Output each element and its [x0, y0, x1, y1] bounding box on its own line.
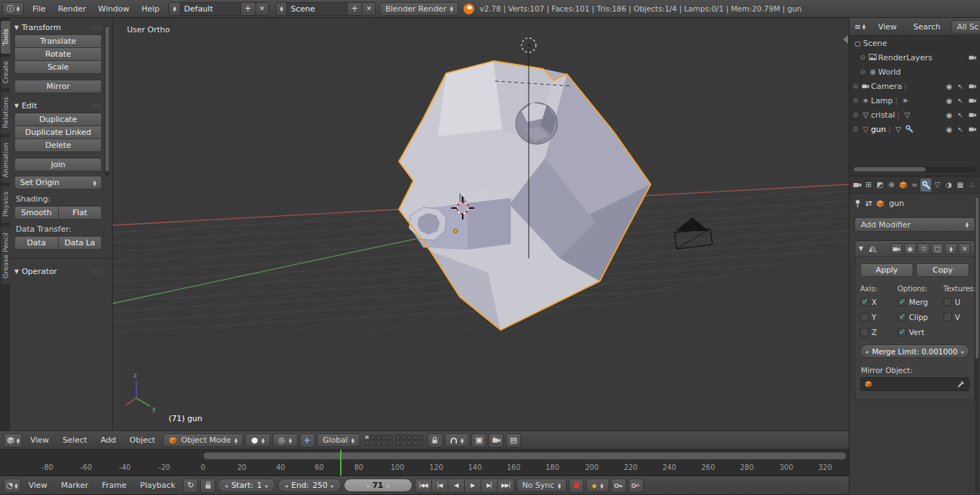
- timeline-playback-menu[interactable]: Playback: [134, 478, 181, 492]
- tab-modifiers[interactable]: [920, 179, 931, 192]
- outliner-row-world[interactable]: ⊙ ⊕ World: [849, 65, 980, 79]
- editor-type-info-button[interactable]: ⓘ: [2, 2, 24, 16]
- expand-icon[interactable]: ⊙: [851, 111, 860, 118]
- lock-frame-button[interactable]: [200, 478, 215, 493]
- selectable-arrow-icon[interactable]: ↖: [955, 111, 966, 119]
- rotate-button[interactable]: Rotate: [14, 47, 102, 61]
- shelf-tab-grease-pencil[interactable]: Grease Pencil: [0, 225, 10, 286]
- render-toggle-icon[interactable]: [966, 54, 978, 62]
- collapse-triangle-icon[interactable]: ▼: [859, 245, 863, 252]
- modifier-editmode-toggle[interactable]: ▽: [918, 243, 930, 255]
- item-label[interactable]: World: [878, 67, 901, 77]
- axis-y-checkbox[interactable]: Y: [860, 313, 897, 321]
- mirror-button[interactable]: Mirror: [14, 80, 102, 93]
- panel-grip-icon[interactable]: ∷∷: [93, 268, 102, 275]
- modifier-move-buttons[interactable]: [945, 243, 957, 255]
- render-toggle-icon[interactable]: [966, 111, 978, 119]
- editor-type-timeline-button[interactable]: ◔: [4, 478, 21, 493]
- checkbox-box[interactable]: [860, 313, 869, 321]
- timeline-marker-menu[interactable]: Marker: [55, 478, 94, 492]
- outliner-hscrollbar[interactable]: [852, 166, 976, 172]
- screen-layout-browse-icon[interactable]: [169, 3, 179, 15]
- checkbox-box[interactable]: [943, 298, 952, 306]
- layers-widget[interactable]: [362, 433, 425, 448]
- shelf-tab-tools[interactable]: Tools: [0, 20, 10, 55]
- axis-x-checkbox[interactable]: X: [860, 298, 897, 306]
- orientation-dropdown[interactable]: Global: [317, 433, 360, 447]
- item-label[interactable]: Camera: [871, 82, 902, 91]
- modifier-render-toggle[interactable]: [890, 243, 903, 255]
- decrement-arrow-icon[interactable]: [366, 481, 369, 490]
- manipulator-toggle-button[interactable]: +: [300, 433, 315, 448]
- transfer-data-layers-button[interactable]: Data La: [58, 236, 103, 250]
- panel-grip-icon[interactable]: ∷∷: [93, 103, 102, 110]
- render-toggle-icon[interactable]: [966, 97, 978, 105]
- visibility-eye-icon[interactable]: ◉: [943, 97, 955, 105]
- set-origin-dropdown[interactable]: Set Origin: [14, 176, 102, 189]
- transfer-data-button[interactable]: Data: [14, 236, 59, 250]
- selectable-arrow-icon[interactable]: ↖: [955, 82, 966, 90]
- increment-arrow-icon[interactable]: [265, 481, 268, 490]
- tab-render-layers[interactable]: ⊞: [863, 179, 874, 192]
- decrement-arrow-icon[interactable]: [225, 481, 227, 490]
- modifier-cage-toggle[interactable]: □: [931, 243, 943, 255]
- item-label[interactable]: Lamp: [871, 96, 893, 105]
- shade-flat-button[interactable]: Flat: [58, 206, 103, 220]
- shade-smooth-button[interactable]: Smooth: [14, 206, 59, 220]
- viewport-3d-scene[interactable]: z y: [113, 18, 849, 430]
- modifier-delete-button[interactable]: ✕: [958, 243, 971, 255]
- translate-button[interactable]: Translate: [14, 34, 102, 48]
- apply-button[interactable]: Apply: [860, 263, 913, 277]
- snap-element-button[interactable]: ▣: [471, 433, 486, 448]
- tab-render[interactable]: [852, 179, 862, 192]
- prev-keyframe-button[interactable]: |◀: [431, 478, 448, 493]
- tab-texture[interactable]: ▦: [955, 179, 966, 192]
- delete-button[interactable]: Delete: [14, 138, 102, 152]
- layer-group-1[interactable]: [364, 435, 392, 446]
- delete-layout-button[interactable]: [255, 3, 269, 15]
- expand-icon[interactable]: ⊙: [851, 126, 860, 133]
- checkbox-box[interactable]: [897, 328, 906, 336]
- editor-type-3dview-button[interactable]: [4, 433, 22, 448]
- current-frame-line[interactable]: [340, 450, 341, 476]
- checkbox-box[interactable]: [860, 328, 869, 336]
- editor-type-outliner-button[interactable]: ≡: [852, 19, 867, 34]
- shelf-tab-physics[interactable]: Physics: [0, 185, 10, 224]
- viewport-3d[interactable]: z y User Ortho (71) gun: [113, 18, 849, 430]
- preview-range-button[interactable]: ↻: [183, 478, 198, 493]
- tab-object[interactable]: [897, 179, 908, 192]
- menu-window[interactable]: Window: [93, 2, 135, 16]
- outliner-row-scene[interactable]: ○ Scene: [849, 36, 980, 50]
- visibility-eye-icon[interactable]: ◉: [943, 111, 955, 119]
- outliner-display-dropdown[interactable]: All Sc: [951, 20, 980, 34]
- scene-name[interactable]: Scene: [286, 3, 347, 15]
- panel-grip-icon[interactable]: ∷∷: [93, 24, 102, 32]
- operator-panel-header[interactable]: ▼Operator∷∷: [14, 265, 102, 278]
- outliner-row-gun[interactable]: ⊙ ▽ gun | ▽ ◉ ↖: [849, 122, 980, 136]
- pivot-point-dropdown[interactable]: ◎: [273, 433, 298, 447]
- selectable-arrow-icon[interactable]: ↖: [955, 126, 966, 133]
- selectable-arrow-icon[interactable]: ↖: [955, 97, 966, 105]
- modifier-viewport-toggle[interactable]: ◉: [904, 243, 916, 255]
- checkbox-box[interactable]: [897, 313, 906, 321]
- camera-object[interactable]: [674, 217, 712, 249]
- outliner-row-camera[interactable]: ⊙ Camera | ◉ ↖: [849, 79, 980, 93]
- expand-icon[interactable]: ⊙: [858, 54, 867, 61]
- item-label[interactable]: gun: [871, 125, 886, 134]
- copy-button[interactable]: Copy: [916, 263, 969, 277]
- scene-browse-icon[interactable]: [276, 3, 286, 15]
- play-button[interactable]: ▶: [464, 478, 481, 493]
- eyedropper-icon[interactable]: [957, 380, 965, 388]
- expand-icon[interactable]: ⊙: [858, 68, 867, 75]
- delete-keyframe-button[interactable]: [628, 478, 644, 493]
- render-toggle-icon[interactable]: [966, 82, 978, 90]
- option-merge-checkbox[interactable]: Merg: [897, 298, 943, 306]
- outliner-row-cristal[interactable]: ⊙ ▽ cristal | ▽ ◉ ↖: [849, 108, 980, 122]
- tool-shelf-scrollbar[interactable]: [105, 25, 110, 176]
- increment-arrow-icon[interactable]: [387, 481, 390, 490]
- modifier-panel-header[interactable]: ▼ ◉ ▽ □ ✕: [855, 241, 974, 257]
- region-collapse-arrow-icon[interactable]: [843, 35, 848, 44]
- add-scene-button[interactable]: [347, 3, 362, 15]
- duplicate-linked-button[interactable]: Duplicate Linked: [14, 126, 102, 139]
- jump-to-end-button[interactable]: ▶▶|: [497, 478, 514, 493]
